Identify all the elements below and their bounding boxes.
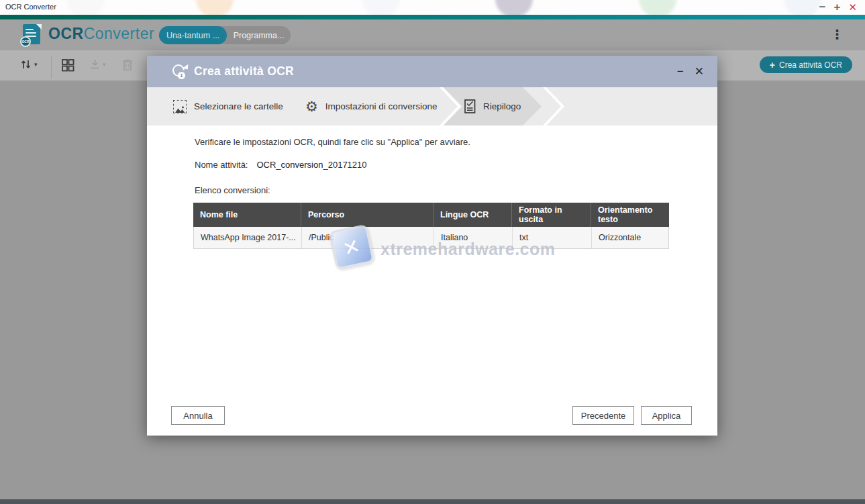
background-app-icon (196, 0, 234, 15)
window-maximize-icon[interactable]: + (833, 0, 840, 15)
apply-button[interactable]: Applica (641, 406, 692, 425)
tab-programma[interactable]: Programma... (227, 26, 291, 44)
create-ocr-task-dialog: 1 Crea attività OCR − ✕ Selezionare le c… (147, 56, 717, 436)
table-header-row: Nome file Percorso Lingue OCR Formato in… (193, 203, 669, 227)
task-name-row: Nome attività: OCR_conversion_20171210 (195, 160, 367, 170)
cell-orientamento: Orizzontale (591, 227, 668, 248)
step-label: Riepilogo (483, 101, 521, 111)
task-badge: 1 (178, 72, 185, 79)
grid-view-icon (61, 58, 74, 72)
task-name-value: OCR_conversion_20171210 (256, 160, 366, 170)
step-select-folders[interactable]: Selezionare le cartelle (173, 87, 283, 125)
cell-formato: txt (512, 227, 591, 248)
view-mode-button[interactable] (61, 58, 74, 72)
chevron-gap (543, 87, 564, 125)
sort-icon (20, 58, 32, 70)
col-header-orientamento: Orientamento testo (591, 203, 668, 227)
background-app-icon (67, 0, 105, 15)
cell-nome-file: WhatsApp Image 2017-... (194, 227, 301, 248)
col-header-percorso: Percorso (301, 203, 433, 227)
col-header-lingue-ocr: Lingue OCR (433, 203, 511, 227)
sort-caret-icon: ▾ (34, 61, 38, 68)
step-label: Selezionare le cartelle (194, 101, 283, 111)
accent-stripe (0, 15, 865, 19)
window-minimize-icon[interactable]: − (819, 0, 826, 15)
dialog-minimize-icon[interactable]: − (677, 65, 684, 79)
bottom-bar (0, 499, 865, 504)
conversion-list-label: Elenco conversioni: (195, 185, 270, 195)
app-header: OCR OCRConverter Una-tantum ... Programm… (0, 19, 865, 50)
mode-tabs: Una-tantum ... Programma... (159, 26, 291, 44)
window-close-icon[interactable]: ✕ (848, 0, 857, 15)
delete-button[interactable] (121, 58, 134, 71)
trash-icon (121, 58, 134, 71)
download-button[interactable]: ▾ (89, 58, 106, 70)
dialog-title: Crea attività OCR (194, 56, 294, 87)
cell-lingue-ocr: Italiano (434, 227, 512, 248)
background-app-icon (495, 0, 533, 15)
step-summary[interactable]: Riepilogo (464, 87, 521, 125)
step-label: Impostazioni di conversione (325, 101, 438, 111)
app-brand: OCRConverter (48, 25, 154, 43)
brand-light: Converter (84, 25, 154, 42)
create-ocr-task-button[interactable]: + Crea attività OCR (760, 56, 852, 73)
dialog-controls: − ✕ (677, 56, 704, 87)
background-app-icon (362, 0, 400, 15)
task-circular-arrow-icon: 1 (172, 64, 189, 81)
cancel-button[interactable]: Annulla (171, 406, 225, 425)
gear-icon: ⚙ (305, 100, 318, 113)
cell-percorso: /Public (301, 227, 434, 248)
sort-button[interactable]: ▾ (20, 58, 38, 70)
dialog-header[interactable]: 1 Crea attività OCR − ✕ (147, 56, 717, 87)
summary-doc-icon (464, 99, 476, 113)
more-menu-icon[interactable]: ⋮ (831, 28, 844, 42)
download-icon (89, 58, 101, 70)
table-row[interactable]: WhatsApp Image 2017-... /Public Italiano… (193, 227, 669, 249)
background-app-icon (639, 0, 676, 15)
window-tab-strip: OCR Converter − + ✕ (0, 0, 865, 15)
task-name-label: Nome attività: (195, 160, 248, 170)
dialog-body: Verificare le impostazioni OCR, quindi f… (147, 125, 717, 436)
dialog-close-icon[interactable]: ✕ (695, 64, 704, 79)
previous-button[interactable]: Precedente (572, 406, 634, 425)
tab-una-tantum[interactable]: Una-tantum ... (159, 26, 227, 44)
window-title: OCR Converter (5, 3, 56, 11)
logo-badge: OCR (20, 36, 31, 47)
plus-icon: + (770, 60, 775, 70)
brand-bold: OCR (48, 25, 84, 42)
wizard-steps: Selezionare le cartelle ⚙ Impostazioni d… (147, 87, 717, 125)
background-app-icon (784, 0, 821, 15)
step-conversion-settings[interactable]: ⚙ Impostazioni di conversione (305, 87, 437, 125)
create-ocr-task-label: Crea attività OCR (779, 60, 842, 70)
instruction-text: Verificare le impostazioni OCR, quindi f… (195, 137, 470, 147)
select-image-icon (173, 100, 187, 113)
conversion-table: Nome file Percorso Lingue OCR Formato in… (193, 203, 669, 249)
window-controls: − + ✕ (819, 0, 857, 15)
ocr-converter-logo-icon: OCR (21, 24, 43, 46)
col-header-formato: Formato in uscita (511, 203, 591, 227)
app-screen: OCR Converter − + ✕ OCR OCRConverter Una… (0, 0, 865, 504)
toolbar-separator (51, 56, 52, 79)
col-header-nome-file: Nome file (193, 203, 301, 227)
download-caret-icon: ▾ (103, 61, 106, 68)
